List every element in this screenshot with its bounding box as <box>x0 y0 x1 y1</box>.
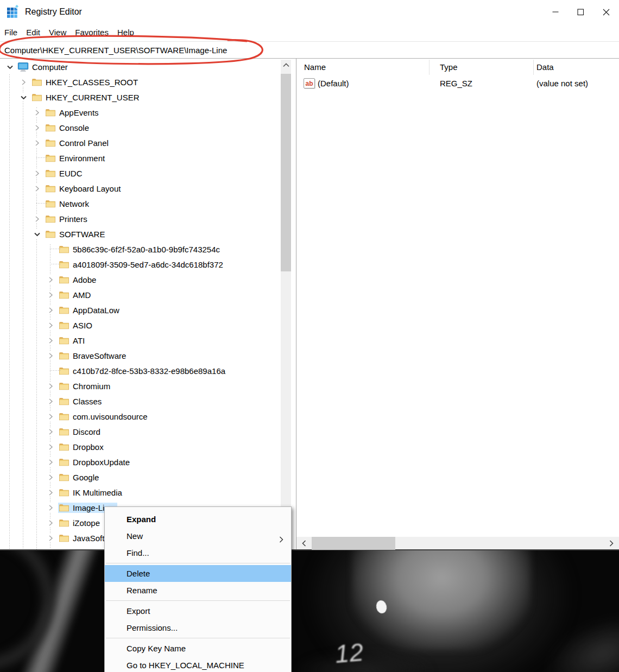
expand-chevron-icon[interactable] <box>46 549 55 549</box>
tree-item-content[interactable]: Chromium <box>58 381 114 391</box>
context-menu-item-delete[interactable]: Delete <box>105 565 291 582</box>
tree-item-content[interactable]: 5b86c39c-6f2f-52a0-a1b0-9b9fc743254c <box>58 244 224 255</box>
tree-item-content[interactable]: AppDataLow <box>58 305 123 315</box>
tree-item-dropbox[interactable]: Dropbox <box>0 439 108 454</box>
tree-item-izotope[interactable]: iZotope <box>0 515 104 530</box>
context-menu-item-go-to-hkey-local-machine[interactable]: Go to HKEY_LOCAL_MACHINE <box>105 657 291 672</box>
tree-item-content[interactable]: HKEY_CLASSES_ROOT <box>31 77 142 87</box>
tree-item-content[interactable]: AMD <box>58 290 94 300</box>
address-path[interactable]: Computer\HKEY_CURRENT_USER\SOFTWARE\Imag… <box>0 46 227 55</box>
tree-item-content[interactable]: IK Multimedia <box>58 487 126 498</box>
scroll-up-icon[interactable] <box>281 60 291 71</box>
tree-item-discord[interactable]: Discord <box>0 424 104 439</box>
value-name[interactable]: (Default) <box>318 76 349 91</box>
context-menu-item-permissions[interactable]: Permissions... <box>105 619 291 636</box>
tree-item-adobe[interactable]: Adobe <box>0 272 100 287</box>
expand-chevron-icon[interactable] <box>46 351 55 360</box>
tree-item-eudc[interactable]: EUDC <box>0 166 86 181</box>
tree-item-content[interactable]: ATI <box>58 335 89 346</box>
tree-item-content[interactable]: Network <box>45 199 93 209</box>
tree-item-content[interactable]: Computer <box>17 62 72 72</box>
tree-item-a401809f-3509-5ed7-a6dc-34dc618bf372[interactable]: a401809f-3509-5ed7-a6dc-34dc618bf372 <box>0 257 227 272</box>
expand-chevron-icon[interactable] <box>33 108 41 117</box>
expand-chevron-icon[interactable] <box>46 427 55 436</box>
tree-scrollbar-thumb[interactable] <box>281 74 291 271</box>
tree-item-classes[interactable]: Classes <box>0 394 105 409</box>
tree-item-5b86c39c-6f2f-52a0-a1b0-9b9fc743254c[interactable]: 5b86c39c-6f2f-52a0-a1b0-9b9fc743254c <box>0 242 224 257</box>
tree-item-appevents[interactable]: AppEvents <box>0 105 103 120</box>
tree-item-content[interactable]: Keyboard Layout <box>45 183 124 194</box>
collapse-chevron-icon[interactable] <box>5 62 14 71</box>
expand-chevron-icon[interactable] <box>33 123 41 132</box>
tree-item-hkey-current-user[interactable]: HKEY_CURRENT_USER <box>0 90 143 105</box>
context-menu-item-expand[interactable]: Expand <box>105 511 291 528</box>
tree-item-content[interactable]: Discord <box>58 427 104 437</box>
menu-view[interactable]: View <box>45 24 71 41</box>
column-separator[interactable] <box>429 60 429 75</box>
tree-item-keyboard-layout[interactable]: Keyboard Layout <box>0 181 124 196</box>
expand-chevron-icon[interactable] <box>33 138 41 147</box>
tree-item-content[interactable]: Google <box>58 472 103 483</box>
close-button[interactable] <box>593 0 619 24</box>
tree-item-clipped[interactable] <box>0 546 73 549</box>
tree-item-content[interactable] <box>58 548 73 549</box>
minimize-button[interactable] <box>542 0 568 24</box>
expand-chevron-icon[interactable] <box>46 306 55 314</box>
tree-item-content[interactable]: JavaSoft <box>58 533 108 543</box>
tree-item-dropboxupdate[interactable]: DropboxUpdate <box>0 454 134 470</box>
tree-item-content[interactable]: Environment <box>45 153 109 163</box>
tree-vertical-scrollbar[interactable] <box>281 60 291 548</box>
tree-item-printers[interactable]: Printers <box>0 211 91 226</box>
context-menu-item-new[interactable]: New <box>105 528 291 544</box>
menu-edit[interactable]: Edit <box>22 24 45 41</box>
tree-item-amd[interactable]: AMD <box>0 287 94 302</box>
tree-item-content[interactable]: ASIO <box>58 320 96 331</box>
tree-item-ik-multimedia[interactable]: IK Multimedia <box>0 485 126 500</box>
tree-item-software[interactable]: SOFTWARE <box>0 226 109 242</box>
expand-chevron-icon[interactable] <box>46 488 55 497</box>
tree-item-com-uvisoundsource[interactable]: com.uvisoundsource <box>0 409 151 424</box>
column-separator[interactable] <box>533 60 534 75</box>
value-row-default[interactable]: ab (Default) REG_SZ (value not set) <box>296 76 619 91</box>
tree-item-content[interactable]: Control Panel <box>45 138 112 148</box>
expand-chevron-icon[interactable] <box>33 184 41 193</box>
tree-item-bravesoftware[interactable]: BraveSoftware <box>0 348 130 363</box>
menu-file[interactable]: File <box>0 24 22 41</box>
expand-chevron-icon[interactable] <box>46 321 55 329</box>
tree-item-content[interactable]: iZotope <box>58 518 104 528</box>
column-header-type[interactable]: Type <box>440 59 458 76</box>
expand-chevron-icon[interactable] <box>46 458 55 466</box>
tree-item-c410b7d2-8fce-53b3-8332-e98b6e89a16a[interactable]: c410b7d2-8fce-53b3-8332-e98b6e89a16a <box>0 363 229 378</box>
scroll-left-icon[interactable] <box>298 537 311 550</box>
tree-item-content[interactable]: EUDC <box>45 168 86 179</box>
expand-chevron-icon[interactable] <box>33 214 41 223</box>
context-menu-item-rename[interactable]: Rename <box>105 582 291 599</box>
collapse-chevron-icon[interactable] <box>33 230 41 238</box>
tree-item-javasoft[interactable]: JavaSoft <box>0 530 108 546</box>
tree-item-content[interactable]: a401809f-3509-5ed7-a6dc-34dc618bf372 <box>58 259 227 270</box>
tree-item-image-line[interactable]: Image-Line <box>0 500 117 515</box>
tree-item-content[interactable]: HKEY_CURRENT_USER <box>31 92 143 103</box>
expand-chevron-icon[interactable] <box>46 518 55 527</box>
expand-chevron-icon[interactable] <box>46 534 55 542</box>
expand-chevron-icon[interactable] <box>46 442 55 451</box>
expand-chevron-icon[interactable] <box>33 169 41 177</box>
tree-item-console[interactable]: Console <box>0 120 93 135</box>
tree-item-hkey-classes-root[interactable]: HKEY_CLASSES_ROOT <box>0 74 142 90</box>
list-scrollbar-thumb[interactable] <box>312 537 395 550</box>
collapse-chevron-icon[interactable] <box>19 93 28 102</box>
tree-item-asio[interactable]: ASIO <box>0 318 96 333</box>
expand-chevron-icon[interactable] <box>46 275 55 284</box>
tree-item-content[interactable]: Printers <box>45 214 91 224</box>
menu-favorites[interactable]: Favorites <box>71 24 113 41</box>
tree-item-content[interactable]: Adobe <box>58 275 100 285</box>
tree-item-content[interactable]: SOFTWARE <box>45 229 109 239</box>
list-horizontal-scrollbar[interactable] <box>296 536 619 549</box>
expand-chevron-icon[interactable] <box>46 412 55 421</box>
context-menu-item-copy-key-name[interactable]: Copy Key Name <box>105 640 291 657</box>
tree-item-content[interactable]: BraveSoftware <box>58 351 130 361</box>
tree-item-content[interactable]: AppEvents <box>45 107 103 118</box>
context-menu-item-find[interactable]: Find... <box>105 544 291 561</box>
column-header-data[interactable]: Data <box>536 59 554 76</box>
tree-item-content[interactable]: Classes <box>58 396 105 407</box>
